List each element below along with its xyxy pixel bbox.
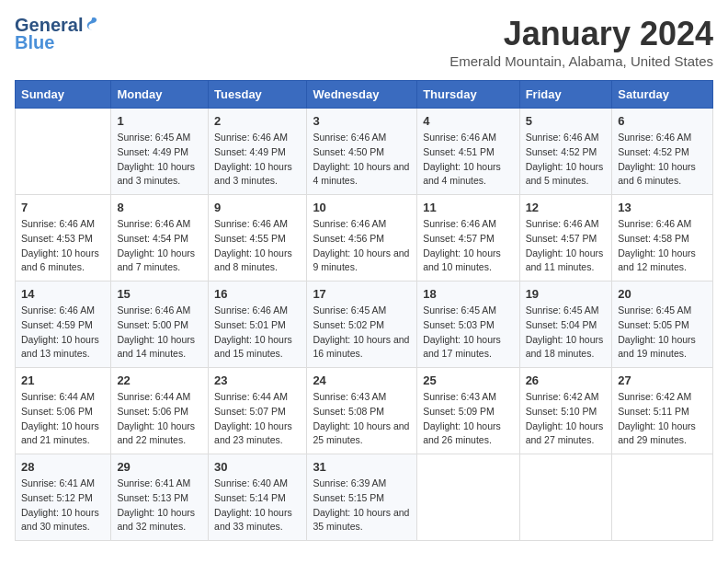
day-cell: 14 Sunrise: 6:46 AM Sunset: 4:59 PM Dayl…	[16, 282, 111, 368]
day-cell: 13 Sunrise: 6:46 AM Sunset: 4:58 PM Dayl…	[612, 195, 713, 282]
day-info: Sunrise: 6:42 AM Sunset: 5:10 PM Dayligh…	[526, 390, 607, 448]
day-info: Sunrise: 6:40 AM Sunset: 5:14 PM Dayligh…	[214, 477, 301, 534]
day-cell: 23 Sunrise: 6:44 AM Sunset: 5:07 PM Dayl…	[209, 368, 307, 454]
day-info: Sunrise: 6:46 AM Sunset: 4:51 PM Dayligh…	[423, 131, 513, 189]
day-cell: 7 Sunrise: 6:46 AM Sunset: 4:53 PM Dayli…	[16, 195, 111, 282]
day-info: Sunrise: 6:46 AM Sunset: 4:57 PM Dayligh…	[526, 217, 607, 275]
day-number: 29	[117, 460, 202, 474]
day-number: 27	[618, 373, 707, 387]
day-info: Sunrise: 6:46 AM Sunset: 4:58 PM Dayligh…	[618, 217, 707, 275]
day-cell: 11 Sunrise: 6:46 AM Sunset: 4:57 PM Dayl…	[417, 195, 519, 282]
day-cell: 26 Sunrise: 6:42 AM Sunset: 5:10 PM Dayl…	[519, 368, 612, 454]
day-number: 17	[313, 287, 411, 301]
day-cell: 3 Sunrise: 6:46 AM Sunset: 4:50 PM Dayli…	[307, 109, 417, 195]
day-number: 25	[423, 373, 513, 387]
day-info: Sunrise: 6:46 AM Sunset: 4:54 PM Dayligh…	[117, 217, 202, 275]
day-number: 20	[618, 287, 707, 301]
day-cell: 29 Sunrise: 6:41 AM Sunset: 5:13 PM Dayl…	[111, 454, 209, 541]
day-cell: 22 Sunrise: 6:44 AM Sunset: 5:06 PM Dayl…	[111, 368, 209, 454]
week-row-5: 28 Sunrise: 6:41 AM Sunset: 5:12 PM Dayl…	[16, 454, 713, 541]
day-cell: 5 Sunrise: 6:46 AM Sunset: 4:52 PM Dayli…	[519, 109, 612, 195]
day-cell	[612, 454, 713, 541]
weekday-header-friday: Friday	[519, 81, 612, 109]
day-number: 13	[618, 201, 707, 214]
day-number: 1	[117, 114, 202, 128]
day-cell: 21 Sunrise: 6:44 AM Sunset: 5:06 PM Dayl…	[16, 368, 111, 454]
day-cell: 30 Sunrise: 6:40 AM Sunset: 5:14 PM Dayl…	[209, 454, 307, 541]
day-number: 5	[526, 114, 607, 128]
day-number: 21	[21, 373, 105, 387]
calendar-table: SundayMondayTuesdayWednesdayThursdayFrid…	[15, 80, 713, 541]
day-info: Sunrise: 6:46 AM Sunset: 4:52 PM Dayligh…	[618, 131, 707, 189]
day-cell: 31 Sunrise: 6:39 AM Sunset: 5:15 PM Dayl…	[307, 454, 417, 541]
day-cell: 24 Sunrise: 6:43 AM Sunset: 5:08 PM Dayl…	[307, 368, 417, 454]
weekday-header-tuesday: Tuesday	[209, 81, 307, 109]
day-cell: 8 Sunrise: 6:46 AM Sunset: 4:54 PM Dayli…	[111, 195, 209, 282]
weekday-header-row: SundayMondayTuesdayWednesdayThursdayFrid…	[16, 81, 713, 109]
day-info: Sunrise: 6:46 AM Sunset: 4:52 PM Dayligh…	[526, 131, 607, 189]
day-number: 2	[214, 114, 301, 128]
logo-blue: Blue	[15, 32, 54, 53]
day-number: 19	[526, 287, 607, 301]
calendar-body: 1 Sunrise: 6:45 AM Sunset: 4:49 PM Dayli…	[16, 109, 713, 541]
day-info: Sunrise: 6:43 AM Sunset: 5:09 PM Dayligh…	[423, 390, 513, 448]
calendar-header: SundayMondayTuesdayWednesdayThursdayFrid…	[16, 81, 713, 109]
day-number: 26	[526, 373, 607, 387]
title-block: January 2024 Emerald Mountain, Alabama, …	[449, 15, 713, 69]
day-cell: 12 Sunrise: 6:46 AM Sunset: 4:57 PM Dayl…	[519, 195, 612, 282]
day-cell: 10 Sunrise: 6:46 AM Sunset: 4:56 PM Dayl…	[307, 195, 417, 282]
day-number: 11	[423, 201, 513, 214]
day-info: Sunrise: 6:43 AM Sunset: 5:08 PM Dayligh…	[313, 390, 411, 448]
logo: General Blue	[15, 15, 99, 53]
day-number: 3	[313, 114, 411, 128]
day-info: Sunrise: 6:45 AM Sunset: 5:03 PM Dayligh…	[423, 304, 513, 362]
weekday-header-saturday: Saturday	[612, 81, 713, 109]
day-cell: 16 Sunrise: 6:46 AM Sunset: 5:01 PM Dayl…	[209, 282, 307, 368]
day-info: Sunrise: 6:45 AM Sunset: 4:49 PM Dayligh…	[117, 131, 202, 189]
day-number: 12	[526, 201, 607, 214]
week-row-1: 1 Sunrise: 6:45 AM Sunset: 4:49 PM Dayli…	[16, 109, 713, 195]
day-info: Sunrise: 6:46 AM Sunset: 4:57 PM Dayligh…	[423, 217, 513, 275]
week-row-3: 14 Sunrise: 6:46 AM Sunset: 4:59 PM Dayl…	[16, 282, 713, 368]
day-number: 10	[313, 201, 411, 214]
day-number: 18	[423, 287, 513, 301]
day-number: 23	[214, 373, 301, 387]
day-cell: 4 Sunrise: 6:46 AM Sunset: 4:51 PM Dayli…	[417, 109, 519, 195]
day-info: Sunrise: 6:44 AM Sunset: 5:07 PM Dayligh…	[214, 390, 301, 448]
day-number: 15	[117, 287, 202, 301]
day-info: Sunrise: 6:46 AM Sunset: 4:53 PM Dayligh…	[21, 217, 105, 275]
day-cell: 2 Sunrise: 6:46 AM Sunset: 4:49 PM Dayli…	[209, 109, 307, 195]
day-info: Sunrise: 6:45 AM Sunset: 5:05 PM Dayligh…	[618, 304, 707, 362]
day-info: Sunrise: 6:46 AM Sunset: 4:56 PM Dayligh…	[313, 217, 411, 275]
day-cell: 27 Sunrise: 6:42 AM Sunset: 5:11 PM Dayl…	[612, 368, 713, 454]
calendar-title: January 2024	[449, 15, 713, 53]
day-number: 9	[214, 201, 301, 214]
weekday-header-monday: Monday	[111, 81, 209, 109]
day-number: 24	[313, 373, 411, 387]
weekday-header-sunday: Sunday	[16, 81, 111, 109]
day-number: 28	[21, 460, 105, 474]
weekday-header-wednesday: Wednesday	[307, 81, 417, 109]
weekday-header-thursday: Thursday	[417, 81, 519, 109]
day-cell: 28 Sunrise: 6:41 AM Sunset: 5:12 PM Dayl…	[16, 454, 111, 541]
week-row-4: 21 Sunrise: 6:44 AM Sunset: 5:06 PM Dayl…	[16, 368, 713, 454]
day-info: Sunrise: 6:46 AM Sunset: 4:55 PM Dayligh…	[214, 217, 301, 275]
day-cell: 18 Sunrise: 6:45 AM Sunset: 5:03 PM Dayl…	[417, 282, 519, 368]
day-cell	[417, 454, 519, 541]
bird-icon	[85, 17, 99, 31]
day-cell: 19 Sunrise: 6:45 AM Sunset: 5:04 PM Dayl…	[519, 282, 612, 368]
day-number: 30	[214, 460, 301, 474]
day-cell: 20 Sunrise: 6:45 AM Sunset: 5:05 PM Dayl…	[612, 282, 713, 368]
day-info: Sunrise: 6:39 AM Sunset: 5:15 PM Dayligh…	[313, 477, 411, 534]
day-info: Sunrise: 6:44 AM Sunset: 5:06 PM Dayligh…	[117, 390, 202, 448]
day-info: Sunrise: 6:42 AM Sunset: 5:11 PM Dayligh…	[618, 390, 707, 448]
day-info: Sunrise: 6:46 AM Sunset: 5:00 PM Dayligh…	[117, 304, 202, 362]
day-info: Sunrise: 6:45 AM Sunset: 5:04 PM Dayligh…	[526, 304, 607, 362]
day-info: Sunrise: 6:41 AM Sunset: 5:12 PM Dayligh…	[21, 477, 105, 534]
day-cell	[16, 109, 111, 195]
day-cell: 25 Sunrise: 6:43 AM Sunset: 5:09 PM Dayl…	[417, 368, 519, 454]
day-info: Sunrise: 6:45 AM Sunset: 5:02 PM Dayligh…	[313, 304, 411, 362]
day-info: Sunrise: 6:44 AM Sunset: 5:06 PM Dayligh…	[21, 390, 105, 448]
day-number: 16	[214, 287, 301, 301]
day-cell: 1 Sunrise: 6:45 AM Sunset: 4:49 PM Dayli…	[111, 109, 209, 195]
